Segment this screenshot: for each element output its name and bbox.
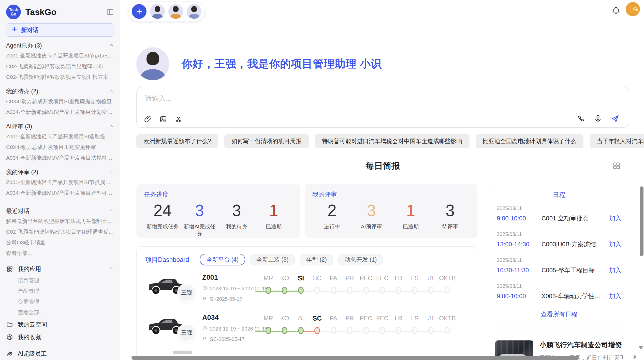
schedule-date: 2025/03/11 [497,257,621,263]
sidebar-item-cloud-space[interactable]: 我的云空间 [6,318,114,331]
image-icon[interactable] [159,115,167,123]
project-flag: SI-2025-05-17 [202,296,260,302]
sidebar-item[interactable]: C0X4-动力总成开发项目SI里程碑提交物检查 [6,96,114,107]
sidebar-item[interactable]: C02-飞腾新能源轻客改款项目立项汇报方案 [6,72,114,82]
new-conversation-button[interactable] [132,4,147,19]
user-avatar[interactable]: 王强 [626,2,640,16]
sidebar-section-header[interactable]: 我的评审 (2) [6,167,114,177]
suggestion-chip[interactable]: 当下年轻人对汽车外观有怎样的喜好趋势 [590,134,644,148]
recent-conversation-item[interactable]: C02-飞腾新能源轻客改款项目的闭环通告反馈情况 [6,227,114,237]
sidebar-section-header[interactable]: Agent已办 (3) [6,41,114,50]
milestone-dot [379,327,385,334]
schedule-view-all[interactable]: 查看所有日程 [497,310,621,318]
sidebar-tools: AI超级员工帮我写作创意制图 [6,348,114,360]
schedule-card: 日程 2025/03/119:00-10:00C001-立项审批会加入2025/… [489,184,629,324]
milestone-dot [445,287,450,294]
my-apps-child-item[interactable]: 变更管理 [6,296,114,307]
conversation-switcher [128,2,205,21]
stat-value: 2 [312,201,352,220]
new-chat-button[interactable]: 新对话 [6,23,114,37]
brief-stat: 3待评审 [430,199,470,230]
dashboard-tab[interactable]: 年型 (2) [300,254,333,265]
dashboard-tab[interactable]: 全新上装 (3) [250,254,295,265]
milestone-label: KO [280,313,289,323]
phone-icon[interactable] [577,114,586,123]
suggestion-chip[interactable]: 特朗普可能对进口汽车增税会对中国车企造成哪些影响 [315,134,470,148]
milestone-label: PR [345,273,354,283]
dashboard-tab[interactable]: 全新平台 (4) [200,254,245,265]
layout-grid-icon[interactable] [612,162,621,171]
milestone-dot [412,327,418,334]
sidebar-item[interactable]: A034-全新新能源MUV产品开发项目造型可行性评审 [6,188,114,198]
my-apps-child-item[interactable]: 项目管理 [6,275,114,286]
conversation-avatar-1[interactable] [150,4,165,19]
scroll-down-arrow[interactable] [639,346,643,350]
horizontal-scrollbar[interactable] [131,356,579,360]
milestone-label: PA [330,313,337,323]
project-name: A034 [202,314,260,322]
sidebar-item-favorites[interactable]: 我的收藏 [6,331,114,343]
milestone: OKTB [439,313,456,334]
recent-label: 最近对话 [6,207,30,215]
recent-view-all[interactable]: 查看全部... [6,248,114,259]
dashboard-tab[interactable]: 动总开发 (1) [338,254,384,265]
conversation-avatar-3[interactable] [187,4,201,19]
chat-input[interactable] [144,93,621,110]
sidebar-section-recent[interactable]: 最近对话 [6,206,114,216]
sidebar-item-people[interactable]: AI超级员工 [6,348,114,360]
sidebar-item[interactable]: A034-全新新能源MUV产品开发项目计划变更表编写 [6,107,114,117]
schedule-join-link[interactable]: 加入 [609,266,621,274]
milestone-dot [363,287,369,294]
microphone-icon[interactable] [594,114,602,123]
project-row[interactable]: 王强Z0012023-12-19 ~ 2027-01-19SI-2025-05-… [137,265,477,306]
suggestion-chip[interactable]: 比亚迪全固态电池计划具体说了什么 [476,134,583,148]
sidebar-item[interactable]: Z001-全新燃油皮卡产品开发项目SI节点Lesson Learn报告 [6,50,114,61]
brief-card-title[interactable]: 任务进度 [144,190,292,199]
milestone-dot [363,327,369,334]
daily-brief-cards: 任务进度24新增完成任务3新增AI完成任务3我的待办1已逾期我的评审2进行中3A… [136,184,477,238]
brief-stats: 2进行中3AI预评审1已逾期3待评审 [312,199,470,230]
stat-label: 新增完成任务 [144,223,181,230]
notification-bell-icon[interactable] [611,6,621,16]
schedule-join-link[interactable]: 加入 [609,240,621,248]
project-row[interactable]: 王强A0342023-12-19 ~ 2026-01-19SC-2025-05-… [137,306,477,346]
suggestion-chip[interactable]: 如何写一份清晰的项目周报 [224,134,309,148]
schedule-join-link[interactable]: 加入 [609,214,621,222]
milestone-label: PEC [360,313,372,323]
sidebar-item-my-apps[interactable]: 我的应用 [6,263,114,275]
send-icon[interactable] [610,114,620,123]
sidebar-item[interactable]: C02-飞腾新能源轻客改款项目里程碑画布 [6,61,114,72]
stat-value: 24 [144,201,181,220]
sidebar-item[interactable]: Z001-全新燃油轻卡产品开发项目SI节点属性5D文件评审 [6,177,114,188]
stat-value: 1 [391,201,431,220]
brief-card-title[interactable]: 我的评审 [312,190,470,199]
schedule-time: 13:00-14:30 [497,241,541,248]
sidebar-section-header[interactable]: AI评审 (3) [6,122,114,131]
my-apps-child-item[interactable]: 产品管理 [6,286,114,296]
schedule-join-link[interactable]: 加入 [609,292,621,300]
attachment-icon[interactable] [144,115,152,123]
project-flag-text: SI-2025-05-17 [210,296,242,302]
schedule-list: 2025/03/119:00-10:00C001-立项审批会加入2025/03/… [497,201,621,305]
collapse-sidebar-icon[interactable] [106,8,114,16]
sidebar-item[interactable]: Z001-全新燃油轻卡产品开发项目SI造型提交物评审 [6,131,114,142]
clock-icon [202,286,207,292]
scroll-right-arrow[interactable] [634,355,637,359]
scissors-icon[interactable] [174,115,183,123]
sidebar-section-header[interactable]: 我的待办 (2) [6,86,114,96]
recent-conversation-item[interactable]: 解释最新出台的欧盟报废车法规再生塑料比例被调至15%... [6,216,114,227]
brief-stat: 3我的待办 [218,199,255,237]
sidebar-item[interactable]: A034-全新新能源MUV产品开发项目法规符合性评审 [6,153,114,163]
conversation-avatar-2[interactable] [168,4,183,19]
project-name: Z001 [202,274,260,281]
suggestion-chip[interactable]: 欧洲新规最近颁布了什么? [136,134,218,148]
project-dates: 2023-12-19 ~ 2026-01-19 [202,326,260,332]
vertical-scrollbar[interactable] [640,186,643,256]
star-circle-icon [6,334,13,340]
my-apps-child-item[interactable]: 查看全部... [6,307,114,318]
project-flag: SC-2025-05-17 [202,336,260,342]
recent-conversation-item[interactable]: 公司Q3轻卡销量 [6,237,114,248]
sidebar-item[interactable]: C0X4-动力总成开发项目工程变更评审 [6,142,114,153]
schedule-title: 日程 [497,190,621,201]
divider [0,262,120,262]
